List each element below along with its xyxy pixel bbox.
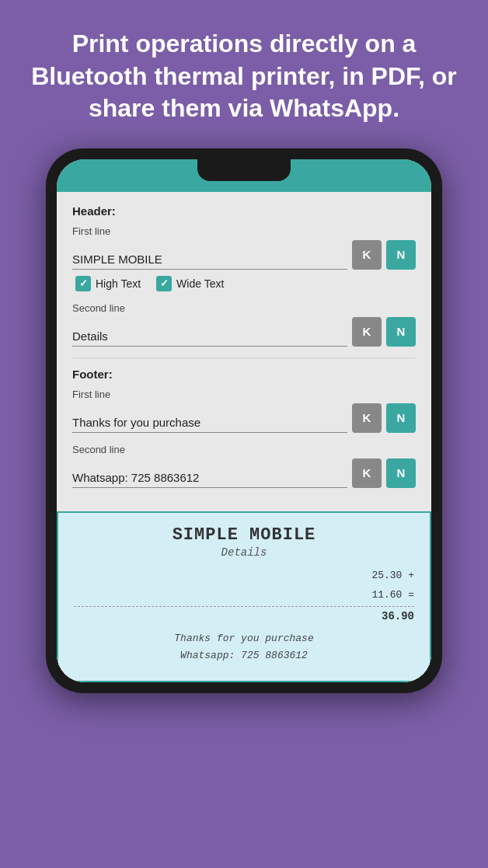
footer-first-line-input[interactable] — [72, 414, 347, 433]
receipt-footer-line2: Whatsapp: 725 8863612 — [74, 647, 414, 664]
header-first-line-label: First line — [72, 225, 416, 237]
wide-text-label: Wide Text — [176, 277, 224, 290]
high-text-label: High Text — [96, 277, 141, 290]
header-second-line-label: Second line — [72, 302, 416, 314]
receipt-total: 36.90 — [74, 610, 414, 622]
receipt-divider — [74, 606, 414, 607]
footer-second-line-n-button[interactable]: N — [386, 458, 416, 488]
footer-second-line-input-container — [72, 469, 347, 488]
divider — [72, 357, 416, 358]
footer-first-line-label: First line — [72, 389, 416, 400]
footer-first-line-k-button[interactable]: K — [352, 403, 382, 433]
receipt-subtitle: Details — [74, 546, 414, 559]
phone-screen: Header: First line K N ✓ — [57, 159, 431, 682]
header-second-line-input[interactable] — [72, 328, 347, 347]
header-first-line-row: K N — [72, 240, 416, 270]
header-second-line-input-container — [72, 328, 347, 347]
phone-mockup: Header: First line K N ✓ — [46, 148, 442, 693]
footer-second-line-label: Second line — [72, 444, 416, 455]
receipt-amount1: 25.30 + — [74, 568, 414, 584]
header-second-line-group: Second line K N — [72, 302, 416, 347]
receipt-amount2: 11.60 = — [74, 587, 414, 604]
high-text-checkbox[interactable]: ✓ High Text — [75, 276, 141, 291]
footer-first-line-input-container — [72, 414, 347, 433]
checkbox-row: ✓ High Text ✓ Wide Text — [75, 276, 416, 291]
footer-second-line-group: Second line K N — [72, 444, 416, 488]
header-first-line-input-container — [72, 251, 347, 270]
header-second-line-n-button[interactable]: N — [386, 317, 416, 347]
header-first-line-n-button[interactable]: N — [386, 240, 416, 270]
receipt-footer-line1: Thanks for you purchase — [74, 630, 414, 647]
footer-first-line-n-button[interactable]: N — [386, 403, 416, 433]
form-section: Header: First line K N ✓ — [57, 192, 431, 511]
phone-notch — [197, 159, 291, 181]
header-first-line-k-button[interactable]: K — [352, 240, 382, 270]
wide-text-checkbox[interactable]: ✓ Wide Text — [156, 276, 224, 291]
high-text-check-icon: ✓ — [79, 277, 88, 289]
footer-second-line-row: K N — [72, 458, 416, 488]
hero-text: Print operations directly on a Bluetooth… — [0, 0, 488, 148]
header-first-line-group: First line K N ✓ High Text — [72, 225, 416, 291]
header-first-line-input[interactable] — [72, 251, 347, 270]
footer-second-line-k-button[interactable]: K — [352, 458, 382, 488]
footer-second-line-input[interactable] — [72, 469, 347, 488]
receipt-title: SIMPLE MOBILE — [74, 525, 414, 545]
wide-text-check-icon: ✓ — [160, 277, 169, 289]
header-section-title: Header: — [72, 204, 416, 218]
high-text-checkbox-box: ✓ — [75, 276, 91, 291]
receipt-preview: SIMPLE MOBILE Details 25.30 + 11.60 = 36… — [57, 511, 431, 682]
header-second-line-row: K N — [72, 317, 416, 347]
footer-first-line-group: First line K N — [72, 389, 416, 433]
header-second-line-k-button[interactable]: K — [352, 317, 382, 347]
footer-section-title: Footer: — [72, 368, 416, 381]
footer-first-line-row: K N — [72, 403, 416, 433]
wide-text-checkbox-box: ✓ — [156, 276, 172, 291]
